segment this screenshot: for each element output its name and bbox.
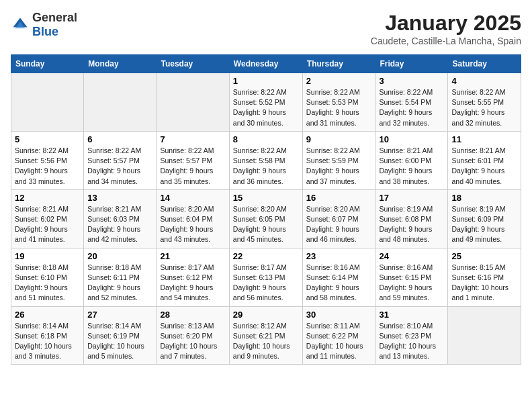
day-info: Sunrise: 8:17 AM Sunset: 6:13 PM Dayligh… bbox=[233, 263, 299, 304]
day-number: 25 bbox=[451, 251, 517, 261]
day-number: 1 bbox=[233, 76, 299, 86]
day-number: 13 bbox=[87, 193, 152, 203]
day-number: 19 bbox=[15, 251, 80, 261]
calendar-cell: 24Sunrise: 8:16 AM Sunset: 6:15 PM Dayli… bbox=[375, 248, 448, 306]
day-number: 8 bbox=[233, 134, 299, 144]
day-number: 11 bbox=[451, 134, 517, 144]
weekday-header-wednesday: Wednesday bbox=[229, 55, 302, 73]
day-number: 24 bbox=[379, 251, 444, 261]
day-number: 4 bbox=[451, 76, 517, 86]
day-info: Sunrise: 8:11 AM Sunset: 6:22 PM Dayligh… bbox=[306, 321, 372, 362]
calendar-cell: 11Sunrise: 8:21 AM Sunset: 6:01 PM Dayli… bbox=[448, 131, 521, 189]
calendar-cell: 22Sunrise: 8:17 AM Sunset: 6:13 PM Dayli… bbox=[229, 248, 302, 306]
day-number: 9 bbox=[306, 134, 372, 144]
day-info: Sunrise: 8:15 AM Sunset: 6:16 PM Dayligh… bbox=[451, 263, 517, 304]
calendar-cell: 18Sunrise: 8:19 AM Sunset: 6:09 PM Dayli… bbox=[448, 189, 521, 248]
day-info: Sunrise: 8:10 AM Sunset: 6:23 PM Dayligh… bbox=[379, 321, 444, 362]
calendar-cell: 14Sunrise: 8:20 AM Sunset: 6:04 PM Dayli… bbox=[157, 189, 229, 248]
day-info: Sunrise: 8:22 AM Sunset: 5:58 PM Dayligh… bbox=[233, 146, 299, 187]
day-number: 21 bbox=[161, 251, 226, 261]
calendar-cell: 10Sunrise: 8:21 AM Sunset: 6:00 PM Dayli… bbox=[375, 131, 448, 189]
day-info: Sunrise: 8:22 AM Sunset: 5:52 PM Dayligh… bbox=[233, 87, 299, 128]
calendar-cell: 20Sunrise: 8:18 AM Sunset: 6:11 PM Dayli… bbox=[84, 248, 157, 306]
day-info: Sunrise: 8:21 AM Sunset: 6:02 PM Dayligh… bbox=[15, 204, 80, 245]
day-info: Sunrise: 8:16 AM Sunset: 6:15 PM Dayligh… bbox=[379, 263, 444, 304]
calendar-cell: 29Sunrise: 8:12 AM Sunset: 6:21 PM Dayli… bbox=[229, 306, 302, 365]
calendar-cell: 7Sunrise: 8:22 AM Sunset: 5:57 PM Daylig… bbox=[157, 131, 229, 189]
day-info: Sunrise: 8:12 AM Sunset: 6:21 PM Dayligh… bbox=[233, 321, 299, 362]
day-info: Sunrise: 8:19 AM Sunset: 6:09 PM Dayligh… bbox=[451, 204, 517, 245]
day-number: 26 bbox=[15, 310, 80, 320]
calendar-week-row: 1Sunrise: 8:22 AM Sunset: 5:52 PM Daylig… bbox=[11, 73, 521, 132]
calendar-week-row: 12Sunrise: 8:21 AM Sunset: 6:02 PM Dayli… bbox=[11, 189, 521, 248]
day-number: 14 bbox=[161, 193, 226, 203]
calendar-cell: 16Sunrise: 8:20 AM Sunset: 6:07 PM Dayli… bbox=[302, 189, 375, 248]
day-number: 7 bbox=[161, 134, 226, 144]
weekday-header-monday: Monday bbox=[84, 55, 157, 73]
weekday-header-friday: Friday bbox=[375, 55, 448, 73]
calendar-cell: 8Sunrise: 8:22 AM Sunset: 5:58 PM Daylig… bbox=[229, 131, 302, 189]
day-number: 17 bbox=[379, 193, 444, 203]
calendar-cell: 2Sunrise: 8:22 AM Sunset: 5:53 PM Daylig… bbox=[302, 73, 375, 132]
weekday-header-sunday: Sunday bbox=[11, 55, 84, 73]
day-info: Sunrise: 8:20 AM Sunset: 6:07 PM Dayligh… bbox=[306, 204, 372, 245]
day-number: 30 bbox=[306, 310, 372, 320]
day-info: Sunrise: 8:19 AM Sunset: 6:08 PM Dayligh… bbox=[379, 204, 444, 245]
day-info: Sunrise: 8:16 AM Sunset: 6:14 PM Dayligh… bbox=[306, 263, 372, 304]
day-info: Sunrise: 8:22 AM Sunset: 5:57 PM Dayligh… bbox=[161, 146, 226, 187]
weekday-header-thursday: Thursday bbox=[302, 55, 375, 73]
day-number: 18 bbox=[451, 193, 517, 203]
day-number: 10 bbox=[379, 134, 444, 144]
day-info: Sunrise: 8:22 AM Sunset: 5:53 PM Dayligh… bbox=[306, 87, 372, 128]
day-info: Sunrise: 8:22 AM Sunset: 5:56 PM Dayligh… bbox=[15, 146, 80, 187]
calendar-title: January 2025 bbox=[371, 11, 521, 36]
logo-icon bbox=[11, 15, 30, 34]
day-info: Sunrise: 8:18 AM Sunset: 6:10 PM Dayligh… bbox=[15, 263, 80, 304]
calendar-subtitle: Caudete, Castille-La Mancha, Spain bbox=[371, 36, 521, 46]
day-info: Sunrise: 8:20 AM Sunset: 6:04 PM Dayligh… bbox=[161, 204, 226, 245]
calendar-cell bbox=[84, 73, 157, 132]
calendar-cell: 5Sunrise: 8:22 AM Sunset: 5:56 PM Daylig… bbox=[11, 131, 84, 189]
title-block: January 2025 Caudete, Castille-La Mancha… bbox=[371, 11, 521, 46]
calendar-week-row: 5Sunrise: 8:22 AM Sunset: 5:56 PM Daylig… bbox=[11, 131, 521, 189]
calendar-cell: 28Sunrise: 8:13 AM Sunset: 6:20 PM Dayli… bbox=[157, 306, 229, 365]
day-number: 28 bbox=[161, 310, 226, 320]
day-info: Sunrise: 8:21 AM Sunset: 6:01 PM Dayligh… bbox=[451, 146, 517, 187]
weekday-header-tuesday: Tuesday bbox=[157, 55, 229, 73]
logo-blue: Blue bbox=[32, 25, 58, 38]
weekday-header-saturday: Saturday bbox=[448, 55, 521, 73]
calendar-cell: 27Sunrise: 8:14 AM Sunset: 6:19 PM Dayli… bbox=[84, 306, 157, 365]
day-number: 12 bbox=[15, 193, 80, 203]
calendar-cell bbox=[11, 73, 84, 132]
day-info: Sunrise: 8:14 AM Sunset: 6:19 PM Dayligh… bbox=[87, 321, 152, 362]
calendar-cell: 4Sunrise: 8:22 AM Sunset: 5:55 PM Daylig… bbox=[448, 73, 521, 132]
day-info: Sunrise: 8:21 AM Sunset: 6:03 PM Dayligh… bbox=[87, 204, 152, 245]
day-number: 23 bbox=[306, 251, 372, 261]
calendar-cell: 9Sunrise: 8:22 AM Sunset: 5:59 PM Daylig… bbox=[302, 131, 375, 189]
calendar-cell: 3Sunrise: 8:22 AM Sunset: 5:54 PM Daylig… bbox=[375, 73, 448, 132]
weekday-header-row: SundayMondayTuesdayWednesdayThursdayFrid… bbox=[11, 55, 521, 73]
day-info: Sunrise: 8:20 AM Sunset: 6:05 PM Dayligh… bbox=[233, 204, 299, 245]
calendar-cell bbox=[157, 73, 229, 132]
logo-general: General bbox=[32, 11, 77, 24]
calendar-cell: 31Sunrise: 8:10 AM Sunset: 6:23 PM Dayli… bbox=[375, 306, 448, 365]
day-info: Sunrise: 8:18 AM Sunset: 6:11 PM Dayligh… bbox=[87, 263, 152, 304]
calendar-cell: 21Sunrise: 8:17 AM Sunset: 6:12 PM Dayli… bbox=[157, 248, 229, 306]
day-info: Sunrise: 8:22 AM Sunset: 5:55 PM Dayligh… bbox=[451, 87, 517, 128]
day-info: Sunrise: 8:17 AM Sunset: 6:12 PM Dayligh… bbox=[161, 263, 226, 304]
day-number: 6 bbox=[87, 134, 152, 144]
logo: General Blue bbox=[11, 11, 77, 39]
day-number: 3 bbox=[379, 76, 444, 86]
day-info: Sunrise: 8:22 AM Sunset: 5:57 PM Dayligh… bbox=[87, 146, 152, 187]
calendar-week-row: 26Sunrise: 8:14 AM Sunset: 6:18 PM Dayli… bbox=[11, 306, 521, 365]
calendar-cell bbox=[448, 306, 521, 365]
calendar-cell: 6Sunrise: 8:22 AM Sunset: 5:57 PM Daylig… bbox=[84, 131, 157, 189]
calendar-week-row: 19Sunrise: 8:18 AM Sunset: 6:10 PM Dayli… bbox=[11, 248, 521, 306]
calendar-cell: 13Sunrise: 8:21 AM Sunset: 6:03 PM Dayli… bbox=[84, 189, 157, 248]
day-number: 29 bbox=[233, 310, 299, 320]
day-number: 20 bbox=[87, 251, 152, 261]
calendar-cell: 1Sunrise: 8:22 AM Sunset: 5:52 PM Daylig… bbox=[229, 73, 302, 132]
day-number: 16 bbox=[306, 193, 372, 203]
day-number: 31 bbox=[379, 310, 444, 320]
calendar-table: SundayMondayTuesdayWednesdayThursdayFrid… bbox=[11, 54, 521, 365]
